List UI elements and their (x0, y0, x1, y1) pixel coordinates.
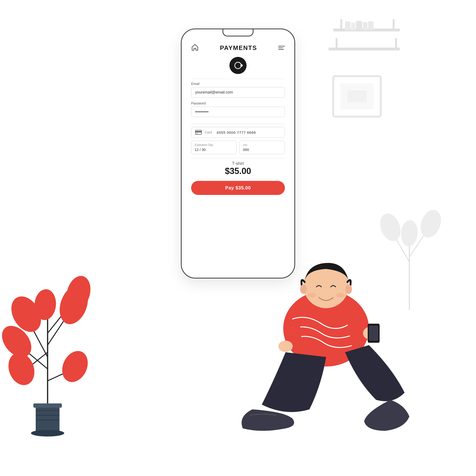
password-field-label: Password (191, 102, 285, 105)
app-logo (229, 57, 247, 74)
svg-rect-13 (347, 90, 367, 102)
svg-rect-3 (328, 48, 400, 51)
svg-point-43 (345, 284, 352, 294)
svg-rect-9 (363, 22, 368, 31)
svg-point-46 (363, 326, 380, 340)
phone-frame: PAYMENTS Email Password (181, 29, 295, 278)
svg-line-16 (48, 309, 71, 345)
svg-rect-7 (351, 23, 355, 31)
phone-content: PAYMENTS Email Password (182, 29, 294, 278)
svg-rect-8 (356, 21, 362, 31)
phone-notch (222, 29, 254, 36)
svg-point-49 (278, 340, 293, 352)
svg-line-20 (48, 369, 74, 381)
svg-rect-1 (340, 19, 342, 32)
home-icon[interactable] (191, 44, 199, 52)
svg-line-17 (19, 345, 48, 369)
card-field[interactable]: Card 4555 0000 7777 6666 (191, 127, 285, 138)
svg-point-33 (31, 430, 64, 437)
svg-rect-12 (340, 83, 374, 109)
expiry-label: Expiration Day (195, 143, 233, 147)
divider-middle (191, 124, 285, 124)
svg-rect-5 (395, 38, 397, 51)
svg-rect-2 (393, 19, 395, 32)
svg-point-37 (376, 211, 404, 244)
svg-point-25 (4, 349, 39, 389)
svg-line-35 (393, 233, 409, 262)
card-label: Card (205, 130, 212, 134)
svg-line-18 (48, 298, 76, 333)
password-input[interactable] (191, 107, 285, 117)
svg-rect-47 (368, 324, 380, 343)
page-title: PAYMENTS (220, 44, 257, 52)
divider-product (191, 158, 285, 158)
svg-point-45 (336, 293, 345, 298)
pay-button[interactable]: Pay $35.00 (191, 181, 285, 195)
product-info: T-shirt $35.00 (191, 161, 285, 176)
svg-point-38 (417, 207, 444, 240)
svg-line-15 (29, 321, 48, 357)
svg-point-41 (304, 263, 349, 308)
svg-point-21 (5, 291, 47, 337)
cvv-label: cvv (243, 143, 281, 147)
svg-point-23 (0, 320, 37, 363)
svg-rect-11 (333, 76, 381, 117)
cvv-field[interactable]: cvv 000 (239, 141, 285, 154)
product-price: $35.00 (191, 166, 285, 176)
svg-rect-4 (336, 38, 338, 51)
expiry-value: 12 / 30 (195, 148, 233, 152)
svg-rect-10 (368, 21, 374, 31)
card-number: 4555 0000 7777 6666 (217, 130, 256, 135)
email-input[interactable] (191, 87, 285, 98)
svg-point-22 (54, 281, 93, 328)
phone-header: PAYMENTS (191, 41, 285, 52)
expiry-field[interactable]: Expiration Day 12 / 30 (191, 141, 237, 154)
svg-rect-0 (333, 29, 400, 32)
logo-container (191, 57, 285, 74)
svg-rect-48 (369, 325, 378, 341)
svg-point-44 (307, 293, 316, 298)
menu-icon[interactable] (278, 46, 285, 50)
svg-rect-51 (195, 131, 202, 132)
svg-point-27 (33, 288, 57, 321)
svg-line-19 (24, 352, 48, 371)
email-field-label: Email (191, 82, 285, 86)
svg-point-42 (300, 284, 307, 294)
svg-rect-6 (345, 21, 350, 31)
product-name: T-shirt (191, 161, 285, 166)
svg-point-26 (57, 347, 93, 386)
svg-rect-52 (196, 133, 198, 134)
phone-mockup: PAYMENTS Email Password (181, 29, 295, 278)
divider-top (191, 79, 285, 79)
expiry-cvv-row: Expiration Day 12 / 30 cvv 000 (191, 141, 285, 154)
svg-point-40 (283, 290, 369, 367)
card-icon (195, 130, 202, 135)
cvv-value: 000 (243, 148, 281, 152)
svg-rect-29 (33, 403, 62, 408)
svg-rect-28 (36, 405, 60, 433)
logo-inner (235, 62, 241, 69)
svg-point-39 (400, 220, 419, 247)
svg-line-36 (409, 228, 428, 257)
svg-point-24 (63, 273, 94, 312)
